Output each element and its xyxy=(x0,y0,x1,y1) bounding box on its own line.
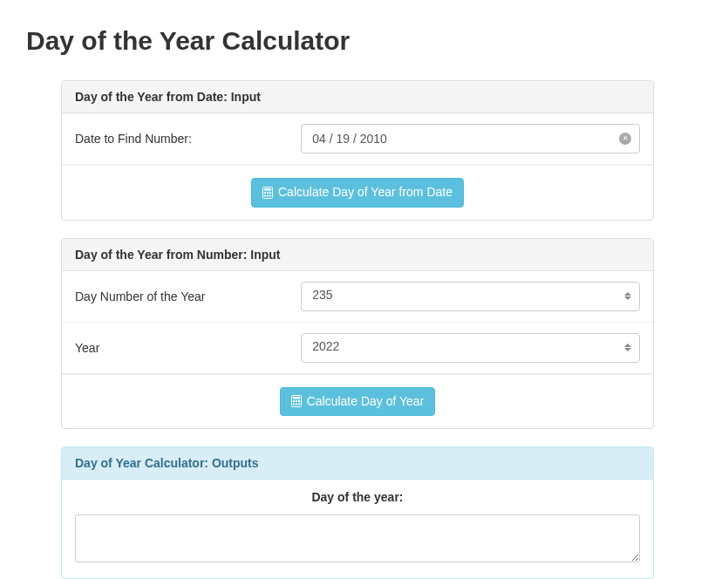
svg-rect-5 xyxy=(264,194,266,196)
date-input[interactable]: 04 / 19 / 2010 xyxy=(301,124,640,153)
chevron-up-icon[interactable] xyxy=(624,292,631,296)
panel-outputs-heading: Day of Year Calculator: Outputs xyxy=(62,447,653,480)
panel-outputs: Day of Year Calculator: Outputs Day of t… xyxy=(61,446,654,579)
svg-rect-14 xyxy=(296,404,297,405)
calculate-from-date-label: Calculate Day of Year from Date xyxy=(278,184,452,201)
calculate-from-number-label: Calculate Day of Year xyxy=(307,393,425,411)
calculate-from-number-button[interactable]: Calculate Day of Year xyxy=(280,387,436,417)
svg-rect-2 xyxy=(264,192,266,194)
year-label: Year xyxy=(75,341,301,355)
row-date: Date to Find Number: 04 / 19 / 2010 xyxy=(62,113,653,165)
row-year: Year 2022 xyxy=(62,323,653,374)
year-input[interactable]: 2022 xyxy=(301,333,640,363)
daynum-input[interactable]: 235 xyxy=(301,282,640,311)
date-value: 04 / 19 / 2010 xyxy=(312,132,387,146)
output-label: Day of the year: xyxy=(62,480,653,514)
daynum-value: 235 xyxy=(312,288,332,302)
calculate-from-date-button[interactable]: Calculate Day of Year from Date xyxy=(251,178,464,208)
svg-rect-7 xyxy=(269,194,271,196)
svg-rect-15 xyxy=(298,404,300,405)
page-title: Day of the Year Calculator xyxy=(26,26,702,56)
panel-from-number-heading: Day of the Year from Number: Input xyxy=(62,239,653,271)
year-stepper[interactable] xyxy=(624,342,633,354)
svg-rect-11 xyxy=(296,400,297,402)
svg-rect-1 xyxy=(264,188,271,191)
chevron-up-icon[interactable] xyxy=(624,344,631,347)
output-textarea[interactable] xyxy=(75,514,640,562)
chevron-down-icon[interactable] xyxy=(624,348,631,351)
chevron-down-icon[interactable] xyxy=(624,296,631,300)
svg-rect-6 xyxy=(267,194,269,196)
clear-date-icon[interactable] xyxy=(619,133,631,145)
daynum-label: Day Number of the Year xyxy=(75,290,301,303)
svg-rect-13 xyxy=(293,404,295,405)
svg-rect-12 xyxy=(298,400,300,402)
panel-from-date-heading: Day of the Year from Date: Input xyxy=(62,81,653,113)
svg-rect-10 xyxy=(293,400,295,402)
panel-from-date: Day of the Year from Date: Input Date to… xyxy=(61,80,654,221)
year-value: 2022 xyxy=(312,339,339,353)
date-label: Date to Find Number: xyxy=(75,132,301,146)
panel-from-number: Day of the Year from Number: Input Day N… xyxy=(61,238,654,430)
row-daynum: Day Number of the Year 235 xyxy=(62,271,653,323)
daynum-stepper[interactable] xyxy=(624,290,633,303)
svg-rect-9 xyxy=(293,397,300,399)
calculator-icon xyxy=(291,395,302,407)
svg-rect-3 xyxy=(267,192,269,194)
calculator-icon xyxy=(262,187,273,199)
svg-rect-4 xyxy=(269,192,271,194)
